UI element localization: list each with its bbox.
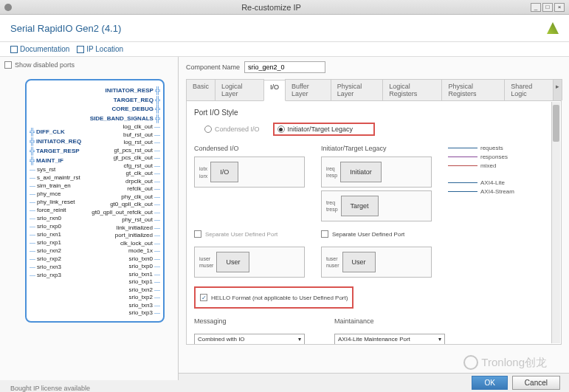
bus-pin: TARGET_REQ ╬ xyxy=(114,96,160,104)
ip-symbol[interactable]: ╬ DIFF_CLK╬ INITIATOR_REQ╬ TARGET_RESP╬ … xyxy=(25,79,165,323)
output-pin: clk_lock_out — xyxy=(120,240,160,247)
input-pin: — srio_rxp1 xyxy=(30,239,81,246)
ip-location-label: IP Location xyxy=(86,45,123,53)
input-pin: — phy_link_reset xyxy=(30,199,81,205)
maint-port-value: AXI4-Lite Maintenance Port xyxy=(338,336,410,343)
output-pin: gt_pcs_clk_out — xyxy=(114,154,160,161)
diagram-row-1: Condensed I/O iotxiorx I/O Initiator/Tar… xyxy=(194,145,554,221)
ip-location-link[interactable]: IP Location xyxy=(77,45,123,53)
legend-axi4stream: AXI4-Stream xyxy=(480,188,514,195)
show-disabled-label: Show disabled ports xyxy=(15,61,75,69)
sep-user-c-label: Separate User Defined Port xyxy=(205,231,277,238)
messaging-col: Messaging Combined with IO▾ ✓HELLO Forma… xyxy=(194,317,305,345)
output-pin: srio_txn2 — xyxy=(129,286,160,293)
messaging-dropdown[interactable]: Combined with IO▾ xyxy=(194,334,305,345)
window-buttons: _ □ × xyxy=(531,3,565,12)
messaging-title: Messaging xyxy=(194,317,305,325)
hello-format-highlight: ✓HELLO Format (not applicable to User De… xyxy=(194,286,354,309)
output-pin: srio_txp1 — xyxy=(129,278,160,285)
output-pin: gt0_qpll_clk_out — xyxy=(110,201,160,207)
output-pin: cfg_rst_out — xyxy=(123,162,160,169)
input-pin: — srio_rxp3 xyxy=(30,272,81,278)
sep-user-port-legacy[interactable]: Separate User Defined Port xyxy=(321,230,432,238)
cancel-button[interactable]: Cancel xyxy=(512,376,560,390)
messaging-value: Combined with IO xyxy=(198,336,245,343)
ireq-label: ireq xyxy=(326,166,337,171)
condensed-io-box: iotxiorx I/O xyxy=(194,157,305,188)
radio-legacy[interactable]: Initiator/Target Legacy xyxy=(273,123,376,136)
io-style-radios: Condensed I/O Initiator/Target Legacy xyxy=(204,123,554,136)
bus-pin: CORE_DEBUG ╬ xyxy=(111,105,160,113)
tab-physical-registers[interactable]: Physical Registers xyxy=(441,79,505,100)
vendor-logo-icon xyxy=(547,22,559,34)
nuser-label: nuser xyxy=(326,263,339,268)
hello-format-checkbox[interactable]: ✓HELLO Format (not applicable to User De… xyxy=(200,294,348,301)
tab-logical-layer[interactable]: Logical Layer xyxy=(215,79,264,100)
input-pin: — force_reinit xyxy=(30,207,81,213)
show-disabled-checkbox[interactable]: Show disabled ports xyxy=(4,61,173,69)
documentation-link[interactable]: Documentation xyxy=(10,45,69,53)
input-pin: — srio_rxn0 xyxy=(30,215,81,221)
output-pin: mode_1x — xyxy=(128,247,160,254)
main-area: Show disabled ports ╬ DIFF_CLK╬ INITIATO… xyxy=(0,57,569,380)
chevron-down-icon: ▾ xyxy=(298,336,301,343)
bottom-area: Messaging Combined with IO▾ ✓HELLO Forma… xyxy=(194,317,554,345)
component-name-label: Component Name xyxy=(186,63,240,71)
radio-icon xyxy=(204,125,212,133)
target-box: Target xyxy=(341,196,379,216)
maint-port-dropdown[interactable]: AXI4-Lite Maintenance Port▾ xyxy=(334,334,445,345)
user-box-2: tusernuserUser xyxy=(321,247,432,278)
output-pin: srio_txp3 — xyxy=(129,309,160,316)
legacy-column: Initiator/Target Legacy ireqiresp Initia… xyxy=(321,145,432,221)
footer: OK Cancel xyxy=(179,373,569,392)
output-pin: log_clk_out — xyxy=(123,123,160,130)
target-box-wrap: treqtresp Target xyxy=(321,190,432,221)
tresp-label: tresp xyxy=(326,207,338,212)
initiator-box: Initiator xyxy=(340,162,382,182)
input-pin: — srio_rxp0 xyxy=(30,223,81,230)
output-pin: log_rst_out — xyxy=(123,139,160,145)
input-pin: ╬ MAINT_IF xyxy=(30,157,81,165)
input-pin: — srio_rxp2 xyxy=(30,255,81,262)
input-pin: — s_axi_maintr_rst xyxy=(30,174,81,181)
component-name-row: Component Name xyxy=(186,61,562,73)
scrollbar[interactable] xyxy=(551,102,560,343)
sep-user-l-label: Separate User Defined Port xyxy=(332,231,404,238)
io-box: I/O xyxy=(210,162,238,182)
minimize-icon[interactable]: _ xyxy=(531,3,541,12)
iorx-label: iorx xyxy=(199,173,207,179)
input-pin: — srio_rxn3 xyxy=(30,264,81,270)
tab-bar: BasicLogical LayerI/OBuffer LayerPhysica… xyxy=(186,79,562,101)
ok-button[interactable]: OK xyxy=(472,376,507,390)
user-box-gray-1: User xyxy=(216,252,249,272)
scrollbar-thumb[interactable] xyxy=(553,105,559,142)
menu-icon[interactable] xyxy=(4,4,12,11)
initiator-box-wrap: ireqiresp Initiator xyxy=(321,157,432,188)
output-pin: srio_txn3 — xyxy=(129,302,160,309)
checkbox-icon xyxy=(4,61,12,69)
iresp-label: iresp xyxy=(326,173,337,178)
iuser-label: iuser xyxy=(199,256,213,261)
header: Serial RapidIO Gen2 (4.1) xyxy=(0,15,569,42)
legend-responses: responses xyxy=(480,154,508,160)
tab-physical-layer[interactable]: Physical Layer xyxy=(331,79,384,100)
input-pin: — sim_train_en xyxy=(30,182,81,189)
sep-user-port-condensed: Separate User Defined Port xyxy=(194,230,305,238)
input-pin: — phy_mce xyxy=(30,190,81,197)
right-panel: Component Name BasicLogical LayerI/OBuff… xyxy=(179,57,569,380)
tab-io-content: Port I/O Style Condensed I/O Initiator/T… xyxy=(186,101,562,345)
component-name-input[interactable] xyxy=(244,61,325,73)
tab-logical-registers[interactable]: Logical Registers xyxy=(382,79,442,100)
output-pin: gt_pcs_rst_out — xyxy=(114,147,160,154)
tab-buffer-layer[interactable]: Buffer Layer xyxy=(285,79,331,100)
close-icon[interactable]: × xyxy=(554,3,565,12)
tab-shared-logic[interactable]: Shared Logic xyxy=(504,79,554,100)
radio-condensed[interactable]: Condensed I/O xyxy=(204,125,260,133)
diagram-row-2: Separate User Defined Port Separate User… xyxy=(194,227,554,241)
tab-i-o[interactable]: I/O xyxy=(263,80,286,101)
tab-basic[interactable]: Basic xyxy=(186,79,215,100)
treq-label: treq xyxy=(326,200,338,205)
maximize-icon[interactable]: □ xyxy=(542,3,553,12)
iotx-label: iotx xyxy=(199,166,207,171)
tab-scroll-right[interactable]: ▸ xyxy=(553,79,562,100)
